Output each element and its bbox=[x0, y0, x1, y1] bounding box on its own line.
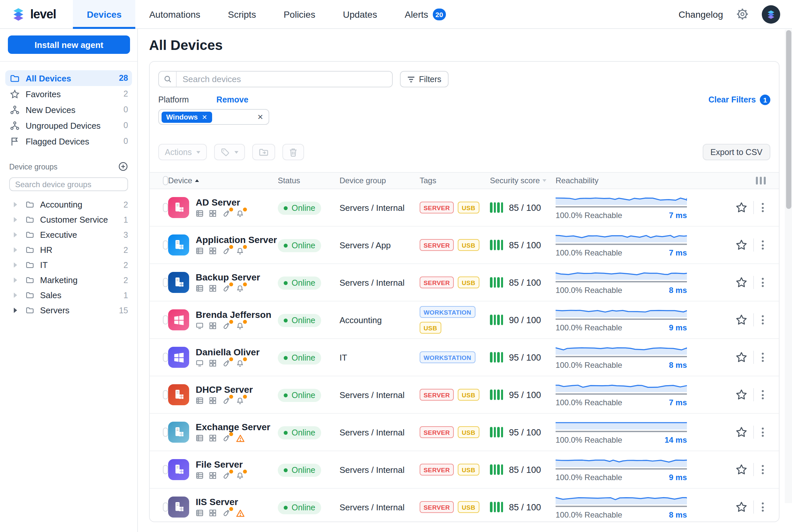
table-row[interactable]: Daniella Oliver bbox=[150, 339, 779, 376]
sidebar-quick-filter[interactable]: Flagged Devices 0 bbox=[5, 133, 132, 149]
header-status[interactable]: Status bbox=[278, 176, 340, 185]
search-device-groups-input[interactable] bbox=[9, 177, 128, 191]
settings-gear-icon[interactable] bbox=[736, 8, 749, 20]
favorite-star-icon[interactable] bbox=[735, 314, 747, 326]
row-menu-icon[interactable] bbox=[760, 500, 766, 514]
table-row[interactable]: AD Server bbox=[150, 189, 779, 227]
favorite-star-icon[interactable] bbox=[735, 501, 747, 513]
row-checkbox[interactable] bbox=[163, 278, 168, 287]
sidebar-quick-filter[interactable]: Favorites 2 bbox=[5, 86, 132, 102]
column-settings-icon[interactable] bbox=[756, 177, 766, 185]
device-name[interactable]: Exchange Server bbox=[196, 422, 270, 432]
favorite-star-icon[interactable] bbox=[735, 389, 747, 401]
sidebar-quick-filter[interactable]: All Devices 28 bbox=[5, 70, 132, 86]
nav-tab[interactable]: Updates bbox=[329, 0, 391, 28]
row-menu-icon[interactable] bbox=[760, 313, 766, 326]
favorite-star-icon[interactable] bbox=[735, 352, 747, 363]
install-new-agent-button[interactable]: Install new agent bbox=[8, 36, 130, 54]
chevron-right-icon[interactable] bbox=[13, 232, 18, 238]
table-row[interactable]: IIS Server bbox=[150, 489, 779, 522]
device-name[interactable]: File Server bbox=[196, 459, 244, 469]
device-group-item[interactable]: Servers 15 bbox=[0, 303, 137, 318]
latency-value[interactable]: 7 ms bbox=[669, 211, 687, 220]
add-device-group-icon[interactable] bbox=[118, 162, 128, 171]
latency-value[interactable]: 7 ms bbox=[669, 398, 687, 407]
table-row[interactable]: File Server bbox=[150, 451, 779, 489]
row-menu-icon[interactable] bbox=[760, 425, 766, 439]
chevron-right-icon[interactable] bbox=[13, 277, 18, 283]
favorite-star-icon[interactable] bbox=[735, 426, 747, 438]
favorite-star-icon[interactable] bbox=[735, 464, 747, 476]
table-row[interactable]: Exchange Server bbox=[150, 414, 779, 451]
row-menu-icon[interactable] bbox=[760, 463, 766, 476]
chevron-right-icon[interactable] bbox=[13, 202, 18, 208]
row-checkbox[interactable] bbox=[163, 465, 168, 474]
remove-filter-link[interactable]: Remove bbox=[216, 95, 248, 104]
chevron-right-icon[interactable] bbox=[13, 262, 18, 268]
sidebar-quick-filter[interactable]: Ungrouped Devices 0 bbox=[5, 118, 132, 133]
device-name[interactable]: Backup Server bbox=[196, 272, 260, 282]
chevron-right-icon[interactable] bbox=[13, 292, 18, 298]
device-name[interactable]: Daniella Oliver bbox=[196, 347, 260, 357]
scrollbar-thumb[interactable] bbox=[786, 30, 791, 209]
device-name[interactable]: Application Server bbox=[196, 235, 277, 245]
select-all-checkbox[interactable] bbox=[163, 176, 168, 185]
latency-value[interactable]: 8 ms bbox=[669, 361, 687, 370]
favorite-star-icon[interactable] bbox=[735, 202, 747, 213]
user-avatar[interactable] bbox=[762, 5, 780, 23]
latency-value[interactable]: 9 ms bbox=[669, 323, 687, 332]
clear-select-icon[interactable]: ✕ bbox=[257, 113, 263, 121]
move-to-group-button[interactable] bbox=[252, 144, 275, 160]
device-name[interactable]: DHCP Server bbox=[196, 384, 253, 394]
row-menu-icon[interactable] bbox=[760, 239, 766, 251]
app-logo[interactable]: level bbox=[0, 0, 73, 28]
header-device-group[interactable]: Device group bbox=[340, 176, 420, 185]
row-menu-icon[interactable] bbox=[760, 201, 766, 214]
delete-button[interactable] bbox=[283, 144, 304, 160]
chevron-right-icon[interactable] bbox=[13, 217, 18, 223]
sidebar-quick-filter[interactable]: New Devices 0 bbox=[5, 102, 132, 118]
device-group-item[interactable]: Customer Service 1 bbox=[0, 212, 137, 227]
table-row[interactable]: Brenda Jefferson bbox=[150, 302, 779, 339]
filters-button[interactable]: Filters bbox=[400, 71, 448, 87]
device-name[interactable]: Brenda Jefferson bbox=[196, 310, 271, 320]
remove-chip-icon[interactable]: ✕ bbox=[201, 113, 207, 120]
device-group-item[interactable]: Executive 3 bbox=[0, 227, 137, 242]
header-security-score[interactable]: Security score bbox=[490, 176, 556, 185]
row-checkbox[interactable] bbox=[163, 241, 168, 250]
nav-tab[interactable]: Alerts 20 bbox=[391, 0, 459, 28]
chevron-right-icon[interactable] bbox=[13, 247, 18, 253]
nav-tab[interactable]: Automations bbox=[135, 0, 214, 28]
table-row[interactable]: Application Server bbox=[150, 227, 779, 264]
search-devices-input[interactable] bbox=[177, 72, 392, 87]
favorite-star-icon[interactable] bbox=[735, 239, 747, 251]
page-scrollbar[interactable] bbox=[785, 30, 792, 503]
latency-value[interactable]: 14 ms bbox=[664, 435, 687, 445]
nav-tab[interactable]: Policies bbox=[270, 0, 329, 28]
header-reachability[interactable]: Reachability bbox=[556, 176, 687, 185]
row-checkbox[interactable] bbox=[163, 203, 168, 212]
favorite-star-icon[interactable] bbox=[735, 277, 747, 288]
device-name[interactable]: AD Server bbox=[196, 197, 244, 207]
row-checkbox[interactable] bbox=[163, 315, 168, 324]
windows-filter-chip[interactable]: Windows ✕ bbox=[161, 111, 212, 122]
row-menu-icon[interactable] bbox=[760, 276, 766, 289]
latency-value[interactable]: 9 ms bbox=[669, 473, 687, 482]
latency-value[interactable]: 8 ms bbox=[669, 510, 687, 519]
platform-filter-select[interactable]: Windows ✕ ✕ bbox=[158, 109, 269, 125]
export-to-csv-button[interactable]: Export to CSV bbox=[703, 144, 770, 160]
device-group-item[interactable]: Accounting 2 bbox=[0, 197, 137, 212]
header-tags[interactable]: Tags bbox=[420, 176, 490, 185]
changelog-link[interactable]: Changelog bbox=[679, 9, 723, 19]
device-group-item[interactable]: IT 2 bbox=[0, 258, 137, 272]
table-row[interactable]: Backup Server bbox=[150, 264, 779, 302]
actions-dropdown[interactable]: Actions bbox=[158, 144, 207, 160]
device-group-item[interactable]: Sales 1 bbox=[0, 288, 137, 303]
row-checkbox[interactable] bbox=[163, 502, 168, 512]
clear-filters-link[interactable]: Clear Filters 1 bbox=[708, 95, 770, 105]
device-group-item[interactable]: HR 2 bbox=[0, 242, 137, 258]
latency-value[interactable]: 7 ms bbox=[669, 248, 687, 258]
chevron-right-icon[interactable] bbox=[13, 307, 18, 313]
header-device[interactable]: Device bbox=[168, 176, 278, 185]
row-checkbox[interactable] bbox=[163, 353, 168, 362]
